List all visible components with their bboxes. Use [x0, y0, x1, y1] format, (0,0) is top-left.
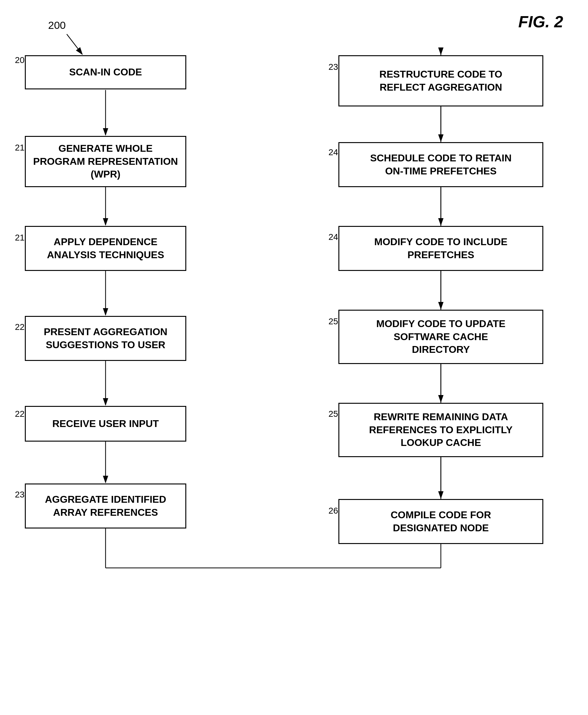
box-240: SCHEDULE CODE TO RETAINON-TIME PREFETCHE…	[338, 142, 543, 187]
box-225: RECEIVE USER INPUT	[25, 406, 186, 441]
box-240-text: SCHEDULE CODE TO RETAINON-TIME PREFETCHE…	[370, 152, 512, 177]
box-250: MODIFY CODE TO UPDATESOFTWARE CACHEDIREC…	[338, 310, 543, 364]
box-205: SCAN-IN CODE	[25, 55, 186, 89]
box-225-text: RECEIVE USER INPUT	[52, 417, 159, 430]
box-245-text: MODIFY CODE TO INCLUDEPREFETCHES	[374, 236, 507, 261]
box-260: COMPILE CODE FORDESIGNATED NODE	[338, 499, 543, 544]
figure-label: FIG. 2	[519, 13, 563, 31]
page: FIG. 2 200	[0, 0, 588, 715]
box-230-text: AGGREGATE IDENTIFIEDARRAY REFERENCES	[45, 493, 166, 519]
box-205-text: SCAN-IN CODE	[69, 66, 142, 79]
box-210-text: GENERATE WHOLEPROGRAM REPRESENTATION(WPR…	[33, 142, 178, 181]
box-245: MODIFY CODE TO INCLUDEPREFETCHES	[338, 226, 543, 271]
box-250-text: MODIFY CODE TO UPDATESOFTWARE CACHEDIREC…	[376, 318, 505, 356]
box-210: GENERATE WHOLEPROGRAM REPRESENTATION(WPR…	[25, 136, 186, 187]
svg-line-1	[67, 34, 82, 54]
box-260-text: COMPILE CODE FORDESIGNATED NODE	[391, 508, 491, 534]
box-235-text: RESTRUCTURE CODE TOREFLECT AGGREGATION	[379, 68, 502, 94]
box-220: PRESENT AGGREGATIONSUGGESTIONS TO USER	[25, 316, 186, 361]
box-255-text: REWRITE REMAINING DATAREFERENCES TO EXPL…	[369, 411, 512, 449]
diagram-number: 200	[48, 19, 66, 31]
box-215: APPLY DEPENDENCEANALYSIS TECHNIQUES	[25, 226, 186, 271]
box-215-text: APPLY DEPENDENCEANALYSIS TECHNIQUES	[47, 236, 164, 261]
box-230: AGGREGATE IDENTIFIEDARRAY REFERENCES	[25, 483, 186, 528]
box-255: REWRITE REMAINING DATAREFERENCES TO EXPL…	[338, 403, 543, 457]
box-220-text: PRESENT AGGREGATIONSUGGESTIONS TO USER	[44, 326, 167, 351]
box-235: RESTRUCTURE CODE TOREFLECT AGGREGATION	[338, 55, 543, 106]
